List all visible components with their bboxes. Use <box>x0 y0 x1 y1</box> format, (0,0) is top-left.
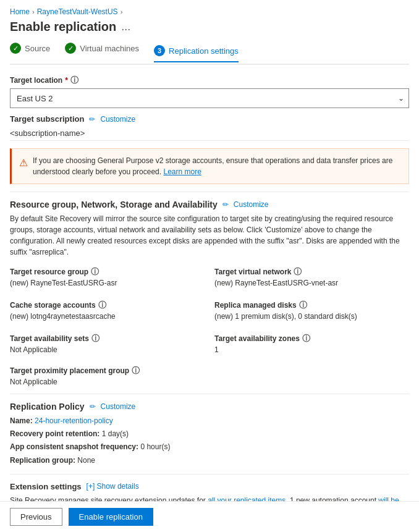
policy-name-value: 24-hour-retention-policy <box>35 416 113 425</box>
cache-storage-value: (new) lotng4raynetestaasrcache <box>10 312 205 321</box>
step-vm-icon: ✓ <box>65 43 76 54</box>
target-resource-group-group: Target resource group ⓘ (new) RayneTest-… <box>10 266 205 287</box>
target-vnet-info-icon[interactable]: ⓘ <box>294 266 302 277</box>
resource-customize-link[interactable]: Customize <box>234 200 269 209</box>
policy-group-row: Replication group: None <box>10 455 409 467</box>
divider-3 <box>10 474 409 475</box>
target-avail-sets-info-icon[interactable]: ⓘ <box>91 333 99 344</box>
divider-2 <box>10 394 409 394</box>
footer: Previous Enable replication <box>0 501 419 532</box>
breadcrumb-home[interactable]: Home <box>10 7 30 16</box>
target-proximity-label: Target proximity placement group ⓘ <box>10 365 409 376</box>
target-subscription-row: Target subscription ✏ Customize <box>10 114 409 124</box>
target-proximity-value: Not Applicable <box>10 378 409 386</box>
target-resource-group-value: (new) RayneTest-EastUSRG-asr <box>10 279 205 287</box>
required-indicator: * <box>65 76 68 85</box>
target-availability-sets-label: Target availability sets ⓘ <box>10 333 205 344</box>
replica-disks-label: Replica managed disks ⓘ <box>214 300 409 311</box>
divider-1 <box>10 192 409 192</box>
target-virtual-network-group: Target virtual network ⓘ (new) RayneTest… <box>214 266 409 287</box>
breadcrumb: Home › RayneTestVault-WestUS › <box>10 7 409 16</box>
policy-pencil-icon: ✏ <box>90 402 96 411</box>
policy-app-value: 0 hour(s) <box>140 442 170 451</box>
step-source[interactable]: ✓ Source <box>10 43 50 59</box>
previous-button[interactable]: Previous <box>10 508 62 526</box>
resource-fields-grid: Target resource group ⓘ (new) RayneTest-… <box>10 266 409 359</box>
wizard-steps: ✓ Source ✓ Virtual machines 3 Replicatio… <box>10 43 409 65</box>
step-vm-label: Virtual machines <box>80 44 139 53</box>
target-location-group: Target location * ⓘ East US 2 ⌄ <box>10 75 409 108</box>
target-rg-info-icon[interactable]: ⓘ <box>91 266 99 277</box>
target-availability-sets-value: Not Applicable <box>10 345 205 354</box>
step-rs-icon: 3 <box>154 45 165 56</box>
cache-storage-info-icon[interactable]: ⓘ <box>98 300 106 311</box>
target-subscription-label: Target subscription <box>10 114 84 124</box>
cache-storage-group: Cache storage accounts ⓘ (new) lotng4ray… <box>10 300 205 321</box>
step-source-label: Source <box>25 44 50 53</box>
step-rs-label: Replication settings <box>169 46 239 56</box>
resource-section-title: Resource group, Network, Storage and Ava… <box>10 200 218 209</box>
resource-pencil-icon: ✏ <box>222 200 229 209</box>
policy-name-row: Name: 24-hour-retention-policy <box>10 415 409 427</box>
step-virtual-machines[interactable]: ✓ Virtual machines <box>65 43 139 59</box>
target-location-info-icon[interactable]: ⓘ <box>70 75 78 86</box>
show-details-link[interactable]: [+] Show details <box>87 482 139 491</box>
breadcrumb-sep1: › <box>32 8 35 15</box>
target-proximity-info-icon[interactable]: ⓘ <box>132 365 140 376</box>
enable-replication-button[interactable]: Enable replication <box>69 508 153 526</box>
warning-text: If you are choosing General Purpose v2 s… <box>33 155 401 177</box>
subscription-customize-link[interactable]: Customize <box>100 115 135 124</box>
replication-policy-title-row: Replication Policy ✏ Customize <box>10 402 409 412</box>
policy-customize-link[interactable]: Customize <box>101 402 136 411</box>
replica-disks-info-icon[interactable]: ⓘ <box>299 300 307 311</box>
page-title-row: Enable replication ... <box>10 20 409 34</box>
resource-section-title-row: Resource group, Network, Storage and Ava… <box>10 200 409 209</box>
breadcrumb-vault[interactable]: RayneTestVault-WestUS <box>37 7 118 16</box>
subscription-value: <subscription-name> <box>10 126 409 141</box>
warning-icon: ⚠ <box>19 156 28 177</box>
target-avail-zones-info-icon[interactable]: ⓘ <box>302 333 310 344</box>
extension-settings-title: Extension settings <box>10 482 82 491</box>
policy-recovery-value: 1 day(s) <box>102 429 129 438</box>
replica-disks-group: Replica managed disks ⓘ (new) 1 premium … <box>214 300 409 321</box>
replication-policy-title: Replication Policy <box>10 402 85 412</box>
policy-app-row: App consistent snapshot frequency: 0 hou… <box>10 441 409 453</box>
resource-description: By default Site Recovery will mirror the… <box>10 213 409 258</box>
replication-policy-section: Replication Policy ✏ Customize Name: 24-… <box>10 402 409 467</box>
target-availability-zones-value: 1 <box>214 345 409 354</box>
pencil-icon: ✏ <box>89 115 95 124</box>
replica-disks-value: (new) 1 premium disk(s), 0 standard disk… <box>214 312 409 321</box>
step-replication-settings[interactable]: 3 Replication settings <box>154 45 239 62</box>
breadcrumb-sep2: › <box>121 8 123 15</box>
policy-group-value: None <box>77 456 95 465</box>
extension-settings-row: Extension settings [+] Show details <box>10 482 409 491</box>
target-virtual-network-value: (new) RayneTest-EastUSRG-vnet-asr <box>214 279 409 287</box>
policy-recovery-row: Recovery point retention: 1 day(s) <box>10 428 409 440</box>
target-proximity-group: Target proximity placement group ⓘ Not A… <box>10 365 409 386</box>
target-resource-group-label: Target resource group ⓘ <box>10 266 205 277</box>
step-source-icon: ✓ <box>10 43 21 54</box>
target-availability-zones-label: Target availability zones ⓘ <box>214 333 409 344</box>
target-location-select-wrapper: East US 2 ⌄ <box>10 88 409 108</box>
learn-more-link[interactable]: Learn more <box>163 167 201 176</box>
target-location-select[interactable]: East US 2 <box>10 88 409 108</box>
more-options-icon[interactable]: ... <box>121 20 130 33</box>
target-availability-sets-group: Target availability sets ⓘ Not Applicabl… <box>10 333 205 354</box>
warning-box: ⚠ If you are choosing General Purpose v2… <box>10 148 409 184</box>
target-location-label: Target location * ⓘ <box>10 75 409 86</box>
page-title: Enable replication <box>10 20 116 34</box>
target-availability-zones-group: Target availability zones ⓘ 1 <box>214 333 409 354</box>
cache-storage-label: Cache storage accounts ⓘ <box>10 300 205 311</box>
target-virtual-network-label: Target virtual network ⓘ <box>214 266 409 277</box>
